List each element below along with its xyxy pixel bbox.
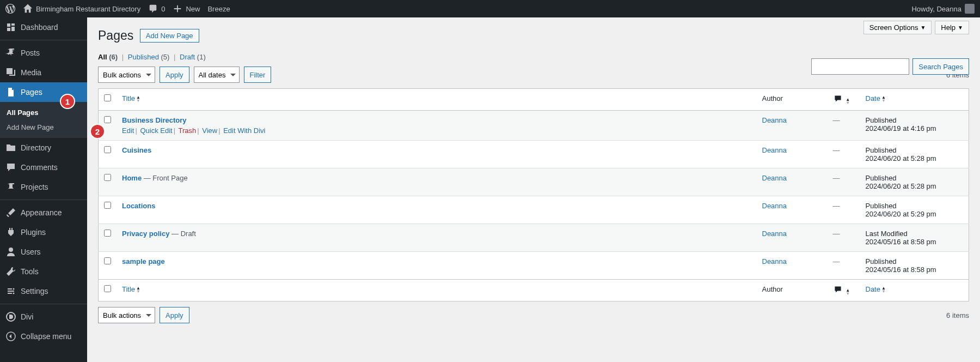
th-author: Author xyxy=(757,89,828,111)
page-title-link[interactable]: Home xyxy=(122,174,142,182)
author-link[interactable]: Deanna xyxy=(762,174,787,182)
wordpress-icon xyxy=(5,4,15,14)
author-link[interactable]: Deanna xyxy=(762,202,787,210)
sidebar-item-appearance[interactable]: Appearance xyxy=(0,203,87,222)
sidebar-sub-add-new[interactable]: Add New Page xyxy=(0,120,87,135)
comments-column-icon xyxy=(833,94,843,103)
sidebar-label: Pages xyxy=(21,88,42,96)
table-row: sample page Deanna — Published2024/05/16… xyxy=(99,252,969,280)
dashboard-icon xyxy=(5,22,16,33)
pages-icon xyxy=(5,87,16,98)
sort-title-bottom[interactable]: Title▲▼ xyxy=(122,285,140,293)
author-link[interactable]: Deanna xyxy=(762,230,787,238)
plus-icon xyxy=(173,4,182,14)
tablenav-bottom: Bulk actions Apply 6 items xyxy=(98,307,969,323)
sidebar-label: Projects xyxy=(21,183,48,191)
comments-column-icon xyxy=(833,285,843,294)
quick-edit-link[interactable]: Quick Edit xyxy=(140,126,172,135)
howdy-text: Howdy, Deanna xyxy=(911,5,961,13)
wp-logo[interactable] xyxy=(5,4,15,14)
screen-options-button[interactable]: Screen Options▼ xyxy=(863,21,932,34)
row-checkbox[interactable] xyxy=(104,257,111,264)
row-checkbox[interactable] xyxy=(104,202,111,209)
sidebar-item-comments[interactable]: Comments xyxy=(0,158,87,177)
sidebar-item-plugins[interactable]: Plugins xyxy=(0,222,87,242)
filter-published[interactable]: Published (5) xyxy=(128,53,170,61)
directory-icon xyxy=(5,142,16,153)
sidebar-label: Dashboard xyxy=(21,23,58,32)
sidebar-sub-all-pages[interactable]: All Pages xyxy=(0,105,87,120)
search-pages-input[interactable] xyxy=(811,58,909,75)
pin-icon xyxy=(5,47,16,58)
admin-sidebar: Dashboard Posts Media Pages All Pages Ad… xyxy=(0,17,87,362)
comment-icon xyxy=(148,4,158,14)
comments-link[interactable]: 0 xyxy=(148,4,165,14)
comments-dash: — xyxy=(833,230,840,238)
svg-point-0 xyxy=(10,69,12,71)
sidebar-item-settings[interactable]: Settings xyxy=(0,281,87,301)
trash-link[interactable]: Trash xyxy=(178,126,196,135)
add-new-page-button[interactable]: Add New Page xyxy=(140,29,199,43)
date-value: 2024/05/16 at 8:58 pm xyxy=(866,266,936,274)
sort-date-bottom[interactable]: Date▲▼ xyxy=(866,285,886,293)
sidebar-label: Comments xyxy=(21,163,58,172)
page-title-link[interactable]: Privacy policy xyxy=(122,230,169,238)
table-row: Home — Front Page Deanna — Published2024… xyxy=(99,168,969,196)
page-title-link[interactable]: sample page xyxy=(122,257,165,266)
row-checkbox[interactable] xyxy=(104,146,111,153)
date-status: Published xyxy=(866,174,897,182)
page-title-link[interactable]: Locations xyxy=(122,202,155,210)
sidebar-item-projects[interactable]: Projects xyxy=(0,177,87,197)
sidebar-item-media[interactable]: Media xyxy=(0,63,87,82)
apply-button-bottom[interactable]: Apply xyxy=(160,307,189,323)
date-status: Published xyxy=(866,257,897,266)
breeze-link[interactable]: Breeze xyxy=(207,5,230,13)
sidebar-item-directory[interactable]: Directory xyxy=(0,138,87,158)
draft-tag: — Draft xyxy=(169,230,195,238)
sort-date[interactable]: Date▲▼ xyxy=(866,94,886,102)
row-checkbox[interactable] xyxy=(104,230,111,237)
filter-all[interactable]: All (6) xyxy=(98,53,118,61)
sidebar-item-collapse[interactable]: Collapse menu xyxy=(0,327,87,346)
date-filter-select[interactable]: All dates xyxy=(194,67,240,83)
sort-title[interactable]: Title▲▼ xyxy=(122,94,140,102)
plugin-icon xyxy=(5,227,16,238)
edit-link[interactable]: Edit xyxy=(122,126,134,135)
bulk-actions-select-bottom[interactable]: Bulk actions xyxy=(98,307,155,323)
filter-button[interactable]: Filter xyxy=(244,67,272,83)
help-button[interactable]: Help▼ xyxy=(935,21,969,34)
user-menu[interactable]: Howdy, Deanna xyxy=(911,4,975,14)
select-all-checkbox-bottom[interactable] xyxy=(104,285,111,292)
comment-count: 0 xyxy=(161,5,165,13)
row-checkbox[interactable] xyxy=(104,116,111,123)
sidebar-label: Collapse menu xyxy=(21,332,71,341)
sidebar-item-dashboard[interactable]: Dashboard xyxy=(0,17,87,37)
sidebar-item-divi[interactable]: Divi xyxy=(0,307,87,327)
apply-button[interactable]: Apply xyxy=(160,67,189,83)
svg-point-2 xyxy=(13,288,15,290)
sidebar-item-posts[interactable]: Posts xyxy=(0,43,87,63)
site-link[interactable]: Birmingham Restaurant Directory xyxy=(23,4,140,14)
date-status: Published xyxy=(866,116,897,124)
edit-divi-link[interactable]: Edit With Divi xyxy=(223,126,265,135)
date-value: 2024/06/19 at 4:16 pm xyxy=(866,124,936,132)
author-link[interactable]: Deanna xyxy=(762,257,787,266)
sidebar-item-users[interactable]: Users xyxy=(0,242,87,262)
author-link[interactable]: Deanna xyxy=(762,146,787,154)
author-link[interactable]: Deanna xyxy=(762,116,787,124)
new-link[interactable]: New xyxy=(173,4,200,14)
sidebar-label: Plugins xyxy=(21,228,46,237)
table-row: Cuisines Deanna — Published2024/06/20 at… xyxy=(99,141,969,168)
sidebar-item-tools[interactable]: Tools xyxy=(0,262,87,281)
view-link[interactable]: View xyxy=(202,126,217,135)
page-title-link[interactable]: Cuisines xyxy=(122,146,151,154)
bulk-actions-select[interactable]: Bulk actions xyxy=(98,67,155,83)
search-pages-button[interactable]: Search Pages xyxy=(912,58,969,75)
filter-draft[interactable]: Draft (1) xyxy=(180,53,206,61)
row-checkbox[interactable] xyxy=(104,174,111,181)
comments-dash: — xyxy=(833,202,840,210)
main-content: Screen Options▼ Help▼ Pages Add New Page… xyxy=(87,17,980,362)
page-title-link[interactable]: Business Directory xyxy=(122,116,187,124)
select-all-checkbox[interactable] xyxy=(104,94,111,101)
comments-dash: — xyxy=(833,146,840,154)
